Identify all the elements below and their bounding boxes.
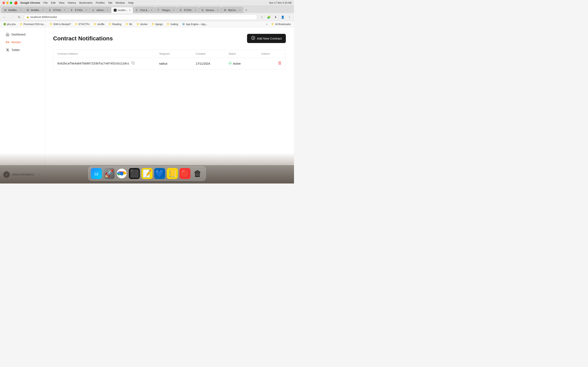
bookmark-all[interactable]: 📁 All Bookmarks (270, 22, 292, 26)
menu-file[interactable]: File (43, 1, 48, 4)
bookmark-label-2: Shift in lifestyle? (53, 23, 71, 26)
tab-1[interactable]: M MultiBa... ✕ (24, 7, 47, 13)
tab-3[interactable]: E ETHGl... ✕ (68, 7, 90, 13)
bookmark-label-all: All Bookmarks (275, 23, 291, 26)
sidebar-item-monitor[interactable]: Monitor (2, 38, 43, 46)
tab-2[interactable]: E ETHGl... ✕ (47, 7, 68, 13)
dock-item-notes[interactable]: 📒 (167, 168, 178, 179)
bookmark-ml[interactable]: 📁 ML (124, 22, 134, 26)
menu-view[interactable]: View (59, 1, 65, 4)
bookmark-shuffle[interactable]: 📁 shuffle (92, 22, 106, 26)
tab-5[interactable]: localho... ✕ (111, 7, 133, 13)
bookmark-favicon-all: 📁 (271, 23, 274, 25)
copy-icon[interactable] (131, 61, 135, 66)
dock-item-trash[interactable]: 🗑 (192, 168, 203, 179)
tab-4[interactable]: e ethere... ✕ (90, 7, 111, 13)
dock-item-launchpad[interactable]: 🚀 (104, 168, 114, 179)
extensions-button[interactable]: 🧩 (266, 14, 272, 20)
tab-close-9[interactable]: ✕ (217, 9, 219, 11)
dock-item-topnotch[interactable]: ⬛ (129, 168, 140, 179)
menu-profiles[interactable]: Profiles (96, 1, 104, 4)
tab-9[interactable]: G Genera... ✕ (199, 7, 221, 13)
menu-window[interactable]: Window (116, 1, 125, 4)
menu-tab[interactable]: Tab (108, 1, 112, 4)
new-tab-button[interactable]: + (243, 7, 249, 13)
menu-button[interactable]: ⋮ (287, 14, 292, 20)
menu-help[interactable]: Help (128, 1, 134, 4)
tab-close-3[interactable]: ✕ (86, 9, 87, 11)
bookmark-ethctfs[interactable]: 📁 ETHCTFs (73, 22, 91, 26)
bookmark-appengine[interactable]: ⚙️ App Engine – App... (181, 22, 209, 26)
menu-history[interactable]: History (68, 1, 76, 4)
bookmark-reading[interactable]: 📁 Reading (107, 22, 123, 26)
tab-close-8[interactable]: ✕ (195, 9, 196, 11)
tab-close-1[interactable]: ✕ (42, 9, 44, 11)
lock-icon: 🔒 (26, 16, 29, 18)
forward-button[interactable]: → (9, 14, 15, 20)
menu-bookmarks[interactable]: Bookmarks (79, 1, 93, 4)
bookmark-docker[interactable]: 📁 docker (135, 22, 149, 26)
bookmark-favicon-6: 📁 (126, 23, 129, 25)
col-header-telegram: Telegram (159, 52, 196, 55)
page-header: Contract Notifications Add New Contract (53, 34, 286, 43)
tab-7[interactable]: T Telegra... ✕ (155, 7, 177, 13)
add-contract-button[interactable]: Add New Contract (247, 34, 286, 43)
actions-cell (261, 61, 282, 66)
bookmark-shift[interactable]: 📁 Shift in lifestyle? (48, 22, 73, 26)
bookmark-label-9: trading (171, 23, 178, 26)
back-button[interactable]: ← (2, 14, 7, 20)
dock-item-vscode[interactable]: 💙 (154, 168, 165, 179)
url-bar-row: ← → ↻ 🔒 localhost:3000/monitor ☆ 🧩 ⬇ 👤 ⋮ (0, 13, 294, 21)
menu-chrome[interactable]: Google Chrome (20, 1, 40, 4)
dock-item-postwoman[interactable]: 🔴 (180, 168, 190, 179)
bookmark-favicon-10: ⚙️ (182, 23, 185, 25)
close-button[interactable] (2, 2, 5, 4)
delete-button[interactable] (278, 61, 282, 66)
dock-item-stickies[interactable]: 📝 (141, 168, 153, 179)
tab-close-5[interactable]: ✕ (129, 9, 130, 11)
menu-edit[interactable]: Edit (51, 1, 55, 4)
tab-8[interactable]: E ETHGl... ✕ (177, 7, 199, 13)
add-contract-label: Add New Contract (257, 37, 282, 40)
bookmarks-more-button[interactable]: » (264, 22, 269, 26)
contract-address: 0xb2bcaf9a4a047bb867153bfa17e07452cb112d… (57, 62, 130, 65)
tab-favicon-8: E (180, 9, 183, 12)
tab-close-0[interactable]: ✕ (20, 9, 21, 11)
profile-button[interactable]: 👤 (280, 14, 285, 20)
tab-6[interactable]: C Chat &... ✕ (133, 7, 155, 13)
bookmark-promised[interactable]: 📁 Promised OSS iss... (18, 22, 47, 26)
minimize-button[interactable] (6, 2, 9, 4)
tab-close-6[interactable]: ✕ (151, 9, 152, 11)
titlebar-menus: Google Chrome File Edit View History Boo… (20, 1, 134, 4)
bookmark-phu-phu[interactable]: 🟢 phu phu (2, 22, 17, 26)
tab-label-1: MultiBa... (31, 9, 41, 12)
bookmark-django[interactable]: 📁 django (150, 22, 164, 26)
tab-close-7[interactable]: ✕ (173, 9, 174, 11)
tab-0[interactable]: M MultiBa... ✕ (2, 7, 24, 13)
tab-favicon-10: M (224, 9, 227, 12)
bookmark-label-4: shuffle (97, 23, 104, 26)
dock-item-chrome[interactable] (116, 168, 127, 179)
reload-button[interactable]: ↻ (16, 14, 22, 20)
tab-close-10[interactable]: ✕ (239, 9, 241, 11)
tab-10[interactable]: M MyCon... ✕ (221, 7, 243, 13)
bookmark-trading[interactable]: 📁 trading (165, 22, 180, 26)
bookmark-star-button[interactable]: ☆ (259, 14, 265, 20)
apple-menu-icon[interactable]: 🍎 (14, 1, 18, 5)
page-title: Contract Notifications (53, 35, 113, 42)
datetime: Sun 17 Nov 5:19 AM (269, 1, 292, 4)
download-button[interactable]: ⬇ (273, 14, 278, 20)
dock-item-finder[interactable]: 🗂 (91, 168, 102, 179)
tab-close-4[interactable]: ✕ (107, 9, 108, 11)
tab-label-9: Genera... (206, 9, 216, 12)
bookmark-label-0: phu phu (7, 23, 16, 26)
bookmark-label-3: ETHCTFs (79, 23, 89, 26)
url-bar[interactable]: 🔒 localhost:3000/monitor (24, 14, 257, 20)
titlebar: 🍎 Google Chrome File Edit View History B… (0, 0, 294, 6)
sidebar-item-dashboard[interactable]: Dashboard (2, 31, 43, 38)
tab-favicon-9: G (201, 9, 204, 12)
tab-close-2[interactable]: ✕ (64, 9, 66, 11)
maximize-button[interactable] (10, 2, 12, 4)
sidebar-item-twitter[interactable]: Twitter (2, 46, 43, 54)
plus-circle-icon (251, 36, 255, 41)
